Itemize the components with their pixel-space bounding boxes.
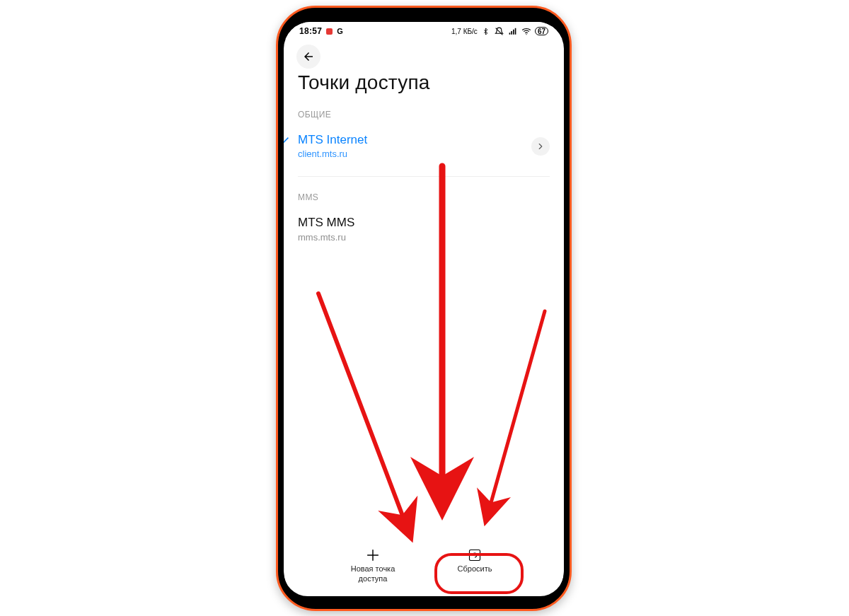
battery-level: 67 (538, 28, 545, 35)
notification-badge-icon (326, 28, 333, 35)
svg-point-1 (526, 34, 526, 35)
back-button[interactable] (296, 45, 320, 69)
phone-screen: 18:57 G 1,7 КБ/с (284, 22, 564, 596)
apn-title: MTS Internet (298, 132, 550, 147)
new-apn-button[interactable]: Новая точка доступа (334, 547, 412, 583)
network-speed: 1,7 КБ/с (451, 28, 478, 35)
chevron-right-icon (536, 141, 545, 151)
apn-details-button[interactable] (531, 137, 550, 156)
apn-subtitle: client.mts.ru (298, 149, 550, 159)
selected-check-icon (284, 134, 291, 149)
wifi-icon (521, 26, 531, 36)
bluetooth-icon (481, 26, 491, 36)
phone-frame: 18:57 G 1,7 КБ/с (276, 6, 572, 611)
battery-icon: 67 (535, 27, 548, 35)
apn-title: MTS MMS (298, 215, 550, 230)
new-apn-label-line2: доступа (359, 574, 388, 583)
page-title: Точки доступа (284, 69, 564, 107)
apn-row-mts-internet[interactable]: MTS Internet client.mts.ru (284, 120, 564, 173)
plus-icon (365, 547, 381, 563)
annotation-highlight-reset (434, 553, 524, 594)
section-label-mms: MMS (284, 192, 564, 202)
back-arrow-icon (302, 50, 315, 63)
google-status-icon: G (337, 27, 343, 35)
section-label-general: ОБЩИЕ (284, 110, 564, 120)
signal-icon (508, 26, 518, 36)
status-time: 18:57 (299, 26, 322, 36)
divider (298, 176, 550, 177)
apn-row-mts-mms[interactable]: MTS MMS mms.mts.ru (284, 202, 564, 256)
apn-subtitle: mms.mts.ru (298, 232, 550, 243)
status-bar: 18:57 G 1,7 КБ/с (284, 22, 564, 39)
do-not-disturb-icon (495, 26, 504, 36)
new-apn-label-line1: Новая точка (351, 564, 395, 574)
